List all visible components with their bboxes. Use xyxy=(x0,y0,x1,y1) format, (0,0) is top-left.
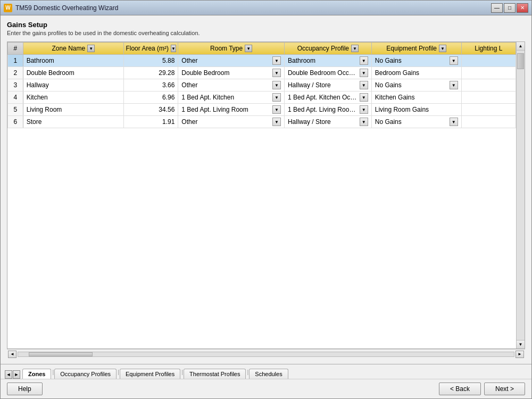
cell-zone-name[interactable]: Bathroom xyxy=(23,55,123,67)
occ-profile-dropdown[interactable]: ▼ xyxy=(360,93,368,102)
tab-zones[interactable]: Zones xyxy=(22,369,51,379)
room-type-dropdown[interactable]: ▼ xyxy=(272,81,281,89)
sort-occ-btn[interactable]: ▼ xyxy=(351,45,359,52)
room-type-dropdown[interactable]: ▼ xyxy=(272,118,281,126)
equip-profile-dropdown[interactable]: ▼ xyxy=(450,81,458,89)
table-row[interactable]: 6 Store 1.91 Other ▼ Hallway / Store ▼ N… xyxy=(8,116,516,128)
cell-row-num: 2 xyxy=(8,67,23,79)
cell-row-num: 6 xyxy=(8,116,23,128)
sort-zone-btn[interactable]: ▼ xyxy=(87,45,95,52)
sort-equip-btn[interactable]: ▼ xyxy=(439,45,446,52)
cell-occ-profile[interactable]: 1 Bed Apt. Kitchen Occupanc ▼ xyxy=(284,92,371,104)
equip-profile-dropdown[interactable]: ▼ xyxy=(450,118,458,126)
equip-profile-dropdown[interactable]: ▼ xyxy=(450,56,458,65)
table-row[interactable]: 2 Double Bedroom 29.28 Double Bedroom ▼ … xyxy=(8,67,516,79)
table-row[interactable]: 3 Hallway 3.66 Other ▼ Hallway / Store ▼… xyxy=(8,79,516,92)
back-button[interactable]: < Back xyxy=(439,383,481,395)
vertical-scrollbar[interactable]: ▲ ▼ xyxy=(516,42,525,348)
cell-zone-name[interactable]: Hallway xyxy=(23,79,123,92)
tab-nav-right-btn[interactable]: ► xyxy=(13,370,20,379)
cell-row-num: 4 xyxy=(8,92,23,104)
col-header-light: Lighting L xyxy=(461,43,516,55)
sort-room-btn[interactable]: ▼ xyxy=(245,45,252,52)
col-header-occ: Occupancy Profile ▼ xyxy=(284,43,371,55)
app-icon: W xyxy=(4,4,12,12)
section-description: Enter the gains profiles to be used in t… xyxy=(7,30,525,36)
occ-profile-dropdown[interactable]: ▼ xyxy=(360,56,368,65)
cell-zone-name[interactable]: Store xyxy=(23,116,123,128)
cell-equip-profile[interactable]: Kitchen Gains xyxy=(371,92,461,104)
main-window: W TM59 Domestic Overheating Wizard — □ ✕… xyxy=(0,0,532,399)
scroll-track[interactable] xyxy=(517,51,525,340)
cell-equip-profile[interactable]: Bedroom Gains xyxy=(371,67,461,79)
horizontal-scrollbar: ◄ ► xyxy=(7,349,525,359)
cell-occ-profile[interactable]: Hallway / Store ▼ xyxy=(284,116,371,128)
cell-occ-profile[interactable]: 1 Bed Apt. Living Room Occu ▼ xyxy=(284,104,371,116)
cell-room-type[interactable]: 1 Bed Apt. Living Room ▼ xyxy=(178,104,285,116)
section-title: Gains Setup xyxy=(7,21,525,29)
hscroll-right-btn[interactable]: ► xyxy=(516,351,524,358)
cell-occ-profile[interactable]: Hallway / Store ▼ xyxy=(284,79,371,92)
cell-equip-profile[interactable]: No Gains ▼ xyxy=(371,55,461,67)
cell-equip-profile[interactable]: Living Room Gains xyxy=(371,104,461,116)
scroll-down-btn[interactable]: ▼ xyxy=(517,340,525,348)
tab-nav-left-btn[interactable]: ◄ xyxy=(5,370,12,379)
hscroll-left-btn[interactable]: ◄ xyxy=(8,351,16,358)
cell-row-num: 1 xyxy=(8,55,23,67)
cell-row-num: 3 xyxy=(8,79,23,92)
table-row[interactable]: 4 Kitchen 6.96 1 Bed Apt. Kitchen ▼ 1 Be… xyxy=(8,92,516,104)
room-type-dropdown[interactable]: ▼ xyxy=(272,69,281,77)
cell-occ-profile[interactable]: Bathroom ▼ xyxy=(284,55,371,67)
scroll-thumb[interactable] xyxy=(517,53,524,69)
cell-room-type[interactable]: Double Bedroom ▼ xyxy=(178,67,285,79)
help-button[interactable]: Help xyxy=(7,383,43,395)
next-button[interactable]: Next > xyxy=(484,383,525,395)
tab-occupancy-profiles[interactable]: Occupancy Profiles xyxy=(54,369,117,379)
tab-nav-arrows: ◄ ► xyxy=(5,370,20,379)
cell-room-type[interactable]: Other ▼ xyxy=(178,55,285,67)
cell-room-type[interactable]: Other ▼ xyxy=(178,79,285,92)
hscroll-thumb[interactable] xyxy=(29,352,93,356)
table-row[interactable]: 5 Living Room 34.56 1 Bed Apt. Living Ro… xyxy=(8,104,516,116)
hscroll-track[interactable] xyxy=(18,352,514,357)
cell-equip-profile[interactable]: No Gains ▼ xyxy=(371,79,461,92)
cell-lighting xyxy=(461,67,516,79)
room-type-dropdown[interactable]: ▼ xyxy=(272,56,281,65)
cell-occ-profile[interactable]: Double Bedroom Occupancy ▼ xyxy=(284,67,371,79)
occ-profile-dropdown[interactable]: ▼ xyxy=(360,105,368,114)
cell-lighting xyxy=(461,79,516,92)
cell-floor-area: 5.88 xyxy=(124,55,178,67)
col-header-num: # xyxy=(8,43,23,55)
occ-profile-dropdown[interactable]: ▼ xyxy=(360,118,368,126)
tab-bar: ◄ ► Zones | Occupancy Profiles | Equipme… xyxy=(1,364,531,379)
room-type-dropdown[interactable]: ▼ xyxy=(272,93,281,102)
sort-floor-btn[interactable]: ▼ xyxy=(171,45,176,52)
table-scroll-area[interactable]: # Zone Name ▼ Floo xyxy=(7,42,516,348)
cell-zone-name[interactable]: Living Room xyxy=(23,104,123,116)
cell-lighting xyxy=(461,92,516,104)
tab-thermostat-profiles[interactable]: Thermostat Profiles xyxy=(184,369,246,379)
scroll-up-btn[interactable]: ▲ xyxy=(517,42,525,51)
minimize-button[interactable]: — xyxy=(491,3,503,13)
footer-bar: Help < Back Next > xyxy=(1,379,531,398)
cell-floor-area: 6.96 xyxy=(124,92,178,104)
cell-floor-area: 1.91 xyxy=(124,116,178,128)
cell-room-type[interactable]: 1 Bed Apt. Kitchen ▼ xyxy=(178,92,285,104)
occ-profile-dropdown[interactable]: ▼ xyxy=(360,69,368,77)
cell-equip-profile[interactable]: No Gains ▼ xyxy=(371,116,461,128)
cell-zone-name[interactable]: Kitchen xyxy=(23,92,123,104)
close-button[interactable]: ✕ xyxy=(517,3,528,13)
main-content: Gains Setup Enter the gains profiles to … xyxy=(1,15,531,364)
zones-table: # Zone Name ▼ Floo xyxy=(7,42,516,128)
col-header-equip: Equipment Profile ▼ xyxy=(371,43,461,55)
maximize-button[interactable]: □ xyxy=(504,3,516,13)
room-type-dropdown[interactable]: ▼ xyxy=(272,105,281,114)
data-grid: # Zone Name ▼ Floo xyxy=(7,41,525,349)
tab-equipment-profiles[interactable]: Equipment Profiles xyxy=(120,369,180,379)
table-row[interactable]: 1 Bathroom 5.88 Other ▼ Bathroom ▼ No Ga… xyxy=(8,55,516,67)
cell-room-type[interactable]: Other ▼ xyxy=(178,116,285,128)
tab-schedules[interactable]: Schedules xyxy=(249,369,288,379)
cell-lighting xyxy=(461,55,516,67)
cell-zone-name[interactable]: Double Bedroom xyxy=(23,67,123,79)
occ-profile-dropdown[interactable]: ▼ xyxy=(360,81,368,89)
